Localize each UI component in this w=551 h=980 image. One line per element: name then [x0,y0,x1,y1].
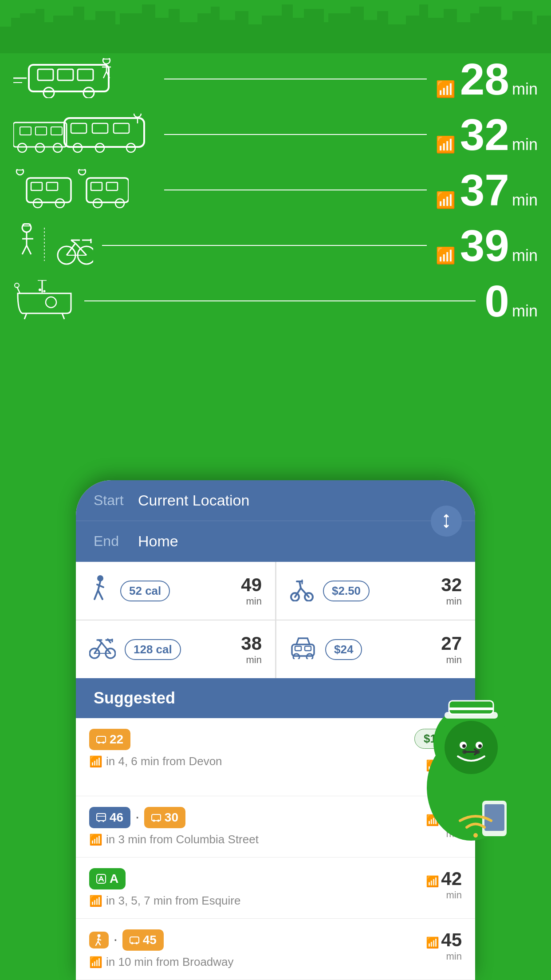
svg-point-169 [462,744,466,748]
suggested-item-4[interactable]: · 45 📶 in 10 min from Broadway [76,919,475,980]
svg-point-112 [97,575,103,581]
bus-tag-icon-3 [130,935,139,945]
svg-rect-56 [64,118,144,147]
sugg-unit-4: min [426,951,462,962]
svg-rect-59 [51,127,62,135]
svg-rect-45 [58,69,73,80]
transit-line-3 [164,190,427,190]
swap-button[interactable] [431,506,462,537]
svg-point-144 [98,820,100,822]
svg-point-166 [445,721,498,774]
scooter-price-badge: $2.50 [323,581,370,601]
svg-line-151 [101,877,103,881]
route-tag-45: 45 [122,929,164,951]
route-tag-46: 46 [89,807,130,828]
bus-train-icon [13,169,155,211]
svg-point-65 [53,143,62,152]
end-row[interactable]: End Home [76,521,475,562]
mode-scooter[interactable]: $2.50 32 min [276,562,475,620]
svg-line-156 [98,941,100,945]
svg-line-114 [94,590,98,599]
route-tag-22: 22 [89,729,130,750]
sugg-info-2: in 3 min from Columbia Street [106,833,259,846]
bike-mode-icon [89,635,116,664]
svg-point-104 [39,288,41,291]
wifi-icon-3: 📶 [436,191,456,209]
svg-point-159 [131,942,133,944]
time-unit-1: min [512,80,538,99]
svg-point-47 [43,87,54,98]
taxi-time-num: 27 [441,633,462,654]
train-icon [13,114,155,155]
svg-line-121 [299,581,301,588]
svg-rect-136 [305,646,311,651]
svg-point-141 [102,742,105,744]
svg-rect-37 [499,20,515,53]
bus-tag-icon-2 [151,813,161,822]
svg-rect-14 [177,22,200,53]
transit-line-1 [164,79,427,79]
walk-time-unit: min [241,596,262,607]
svg-line-107 [62,313,64,319]
walk-tag [89,932,109,948]
time-number-3: 37 [460,168,509,212]
end-value: Home [138,533,457,550]
svg-point-105 [43,290,46,292]
time-unit-4: min [512,246,538,265]
mode-walk[interactable]: 52 cal 49 min [76,562,275,620]
mode-grid: 52 cal 49 min [76,562,475,678]
svg-point-69 [134,114,141,117]
time-unit-2: min [512,135,538,154]
svg-line-52 [103,71,106,78]
svg-rect-82 [91,182,102,190]
svg-point-170 [478,744,482,748]
sugg-time-num-4: 45 [441,929,462,950]
svg-point-153 [98,934,101,937]
svg-rect-142 [97,814,106,821]
transit-rows: 📶 28 min [0,53,551,331]
bike-icon [13,223,93,267]
scooter-time-num: 32 [441,574,462,595]
time-number-4: 39 [460,223,509,268]
svg-point-147 [153,820,155,822]
route-tag-A: A [89,868,126,889]
suggested-item-3[interactable]: A 📶 in 3, 5, 7 min from Esquire 📶 42 min [76,858,475,919]
svg-point-175 [476,750,480,754]
walk-time: 49 min [241,574,262,607]
svg-rect-17 [217,20,237,53]
svg-rect-20 [262,16,284,53]
svg-line-155 [96,941,98,945]
mode-taxi[interactable]: $24 27 min [276,620,475,678]
transit-line-5 [84,300,476,301]
route-input-area: Start Current Location End Home [76,480,475,562]
scooter-time-unit: min [441,596,462,607]
svg-rect-36 [479,7,501,53]
time-number-2: 32 [460,112,509,157]
wifi-icon-2: 📶 [436,135,456,154]
time-unit-5: min [512,302,538,320]
svg-rect-76 [47,182,58,190]
bath-icon [13,280,75,322]
svg-rect-75 [31,182,42,190]
svg-point-84 [93,199,102,208]
bike-time: 38 min [241,633,262,666]
svg-line-96 [75,243,87,255]
transit-time-1: 📶 28 min [436,57,538,101]
wifi-sugg-2: 📶 [89,834,102,846]
mode-bike[interactable]: 128 cal 38 min [76,620,275,678]
wifi-sugg-4: 📶 [89,956,102,968]
svg-line-115 [98,590,102,599]
sugg-info-3: in 3, 5, 7 min from Esquire [106,894,240,908]
transit-row-bus: 📶 28 min [13,53,538,104]
svg-point-148 [157,820,159,822]
svg-rect-32 [426,18,446,53]
svg-rect-10 [120,13,144,53]
svg-point-85 [115,199,124,208]
svg-point-77 [33,199,42,208]
transit-row-train: 📶 32 min [13,109,538,160]
svg-rect-29 [386,24,408,53]
svg-rect-15 [197,13,213,53]
svg-rect-44 [38,69,53,80]
svg-line-150 [99,877,101,881]
start-row[interactable]: Start Current Location [76,480,475,521]
